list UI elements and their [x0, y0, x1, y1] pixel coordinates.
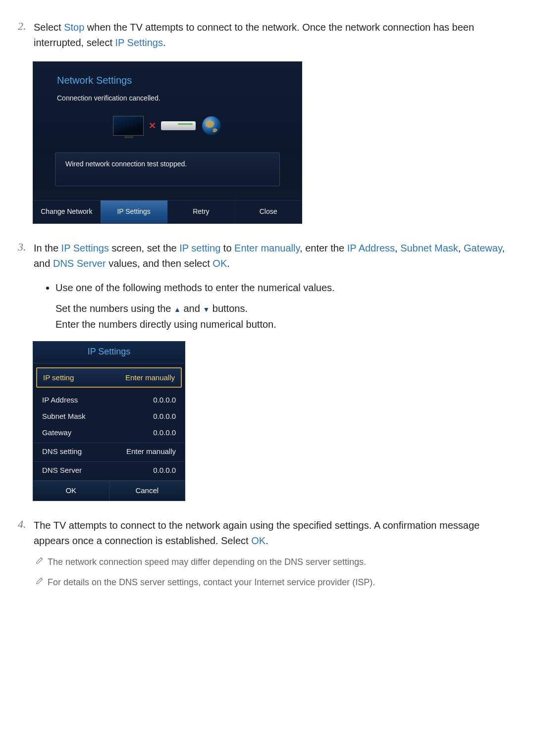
sub-line-2: Enter the numbers directly using numeric…: [55, 316, 505, 332]
stop-link: Stop: [64, 22, 84, 33]
note-text: For details on the DNS server settings, …: [48, 576, 375, 589]
text: when the TV attempts to connect to the n…: [34, 22, 474, 48]
row-value: 0.0.0.0: [153, 428, 176, 437]
row-label: DNS Server: [42, 466, 82, 474]
row-value: 0.0.0.0: [153, 466, 176, 474]
step-number: 2.: [18, 20, 26, 33]
globe-icon: [201, 115, 222, 137]
tv-icon: [113, 116, 144, 136]
text: to: [220, 243, 234, 253]
pencil-icon: [36, 555, 48, 566]
text: ,: [458, 243, 464, 253]
retry-button[interactable]: Retry: [168, 201, 235, 223]
sub-line-1: Set the numbers using the ▲ and ▼ button…: [55, 301, 505, 316]
text: buttons.: [210, 303, 248, 314]
close-button[interactable]: Close: [235, 201, 302, 223]
change-network-button[interactable]: Change Network: [33, 201, 101, 223]
step-number: 4.: [18, 518, 26, 531]
gateway-link: Gateway: [464, 243, 502, 253]
subnet-mask-link: Subnet Mask: [400, 243, 458, 253]
text: screen, set the: [109, 243, 179, 253]
bullet-item: Use one of the following methods to ente…: [55, 280, 505, 296]
step4-text: The TV attempts to connect to the networ…: [34, 518, 505, 549]
ok-link: OK: [213, 258, 227, 269]
status-box: Wired network connection test stopped.: [55, 152, 280, 186]
ip-settings-link: IP Settings: [61, 243, 109, 253]
connection-diagram: ✕: [57, 109, 278, 150]
row-value: 0.0.0.0: [153, 412, 176, 420]
text: , enter the: [300, 243, 347, 253]
ip-address-link: IP Address: [347, 243, 395, 253]
text: .: [266, 535, 268, 546]
dialog-button-row: Change Network IP Settings Retry Close: [33, 200, 302, 223]
row-value: Enter manually: [126, 447, 176, 455]
text: .: [163, 37, 166, 48]
ok-link: OK: [251, 535, 266, 546]
router-icon: [161, 121, 196, 130]
dialog-subtitle: Connection verification cancelled.: [57, 94, 278, 102]
dns-setting-row[interactable]: DNS setting Enter manually: [33, 443, 185, 462]
ip-settings-link: IP Settings: [115, 37, 163, 48]
step3-text: In the IP Settings screen, set the IP se…: [34, 241, 505, 271]
text: values, and then select: [106, 258, 213, 269]
cancel-button[interactable]: Cancel: [109, 481, 185, 501]
row-label: DNS setting: [42, 447, 82, 455]
row-value: 0.0.0.0: [153, 396, 176, 404]
row-label: IP setting: [43, 373, 74, 382]
row-label: IP Address: [42, 396, 78, 404]
dialog-title: Network Settings: [57, 75, 278, 86]
text: ,: [395, 243, 400, 253]
triangle-down-icon: ▼: [203, 304, 210, 315]
row-label: Gateway: [42, 428, 71, 437]
ip-dialog-title: IP Settings: [33, 342, 185, 363]
row-value: Enter manually: [125, 373, 175, 382]
text: Select: [34, 22, 64, 33]
ip-settings-button[interactable]: IP Settings: [101, 201, 168, 223]
pencil-icon: [36, 576, 48, 587]
ip-setting-row[interactable]: IP setting Enter manually: [36, 367, 182, 388]
note-text: The network connection speed may differ …: [48, 555, 366, 569]
step-number: 3.: [18, 241, 26, 253]
ip-setting-link: IP setting: [179, 243, 220, 253]
text: Set the numbers using the: [55, 303, 174, 314]
dns-server-row[interactable]: DNS Server 0.0.0.0: [33, 462, 185, 481]
triangle-up-icon: ▲: [174, 304, 181, 315]
ok-button[interactable]: OK: [33, 481, 109, 501]
text: and: [181, 303, 203, 314]
row-label: Subnet Mask: [42, 412, 86, 420]
subnet-mask-row[interactable]: Subnet Mask 0.0.0.0: [33, 408, 185, 424]
dns-server-link: DNS Server: [53, 258, 106, 269]
ip-settings-dialog: IP Settings IP setting Enter manually IP…: [33, 341, 185, 501]
ip-address-row[interactable]: IP Address 0.0.0.0: [33, 392, 185, 408]
network-settings-dialog: Network Settings Connection verification…: [33, 61, 302, 224]
text: .: [227, 258, 230, 269]
x-icon: ✕: [149, 120, 156, 131]
enter-manually-link: Enter manually: [234, 243, 300, 253]
gateway-row[interactable]: Gateway 0.0.0.0: [33, 424, 185, 443]
text: In the: [34, 243, 61, 253]
step2-text: Select Stop when the TV attempts to conn…: [34, 20, 505, 50]
